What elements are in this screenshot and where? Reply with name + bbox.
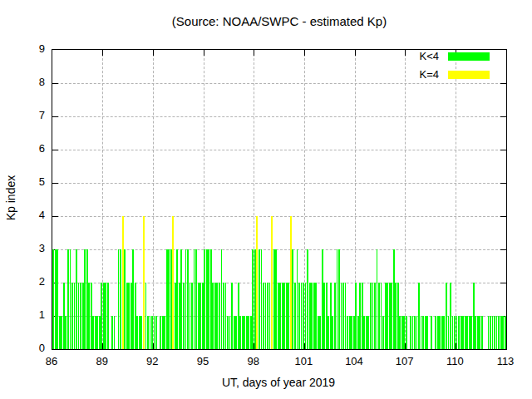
kp-bar-green xyxy=(238,283,239,349)
kp-bar-green xyxy=(294,283,296,349)
kp-bar-green xyxy=(114,316,116,349)
x-tick-top xyxy=(153,50,154,56)
kp-bar-green xyxy=(458,316,460,349)
kp-bar-green xyxy=(418,283,420,349)
kp-bar-green xyxy=(267,283,268,349)
x-tick-label: 95 xyxy=(185,355,221,368)
kp-bar-green xyxy=(219,283,220,349)
kp-bar-green xyxy=(118,249,120,349)
kp-bar-green xyxy=(334,283,336,349)
kp-bar-green xyxy=(164,316,165,349)
kp-bar-green xyxy=(307,249,308,349)
kp-bar-green xyxy=(283,283,285,349)
kp-bar-green xyxy=(111,316,113,349)
kp-bar-green xyxy=(481,316,483,349)
y-gridline xyxy=(52,183,506,184)
kp-bar-green xyxy=(183,283,185,349)
kp-bar-green xyxy=(78,283,80,349)
y-tick-label: 0 xyxy=(12,342,45,355)
kp-bar-green xyxy=(254,249,256,349)
kp-index-chart: (Source: NOAA/SWPC - estimated Kp) Kp in… xyxy=(0,0,532,399)
kp-bar-green xyxy=(292,249,293,349)
kp-bar-green xyxy=(439,316,441,349)
kp-bar-green xyxy=(288,283,289,349)
y-tick-label: 1 xyxy=(12,308,45,322)
kp-bar-green xyxy=(378,283,380,349)
kp-bar-green xyxy=(502,316,504,349)
x-tick-label: 113 xyxy=(487,355,524,368)
y-tick-right xyxy=(500,283,506,283)
kp-bar-green xyxy=(248,316,249,349)
kp-bar-green xyxy=(170,249,172,349)
y-gridline xyxy=(52,150,506,150)
y-axis-label: Kp index xyxy=(4,106,17,289)
kp-bar-green xyxy=(473,283,475,349)
kp-bar-green xyxy=(446,283,447,349)
kp-bar-green xyxy=(496,316,498,349)
legend-label-k-eq-4: K=4 xyxy=(387,69,439,81)
kp-bar-green xyxy=(381,283,382,349)
y-tick-right xyxy=(500,150,506,150)
kp-bar-green xyxy=(216,283,218,349)
kp-bar-green xyxy=(99,316,101,349)
x-tick-top xyxy=(102,50,103,56)
kp-bar-green xyxy=(452,316,454,349)
y-tick-right xyxy=(500,216,506,217)
y-tick-label: 7 xyxy=(12,109,45,122)
legend-label-k-lt-4: K<4 xyxy=(387,51,439,62)
x-tick-label: 89 xyxy=(84,355,121,368)
kp-bar-green xyxy=(370,283,372,349)
kp-bar-green xyxy=(273,249,275,349)
legend-swatch-k-lt-4 xyxy=(448,52,490,61)
kp-bar-green xyxy=(492,316,494,349)
kp-bar-green xyxy=(67,249,69,349)
kp-bar-green xyxy=(349,316,351,349)
y-tick-label: 5 xyxy=(12,175,45,189)
x-tick-label: 92 xyxy=(134,355,170,368)
kp-bar-green xyxy=(231,283,233,349)
kp-bar-green xyxy=(239,316,241,349)
kp-bar-green xyxy=(269,283,271,349)
kp-bar-green xyxy=(416,316,418,349)
kp-bar-green xyxy=(494,316,495,349)
kp-bar-green xyxy=(229,316,231,349)
kp-bar-green xyxy=(235,316,237,349)
kp-bar-green xyxy=(136,316,138,349)
kp-bar-green xyxy=(180,249,182,349)
kp-bar-green xyxy=(74,283,76,349)
y-tick-right xyxy=(500,183,506,184)
kp-bar-green xyxy=(155,316,157,349)
legend-swatch-k-eq-4 xyxy=(448,71,490,79)
y-gridline xyxy=(52,83,506,84)
kp-bar-green xyxy=(505,316,506,349)
kp-bar-green xyxy=(150,316,151,349)
kp-bar-green xyxy=(225,283,227,349)
kp-bar-green xyxy=(315,283,317,349)
kp-bar-green xyxy=(145,283,147,349)
y-tick-left xyxy=(52,83,58,84)
kp-bar-green xyxy=(387,283,388,349)
kp-bar-green xyxy=(456,316,458,349)
x-gridline xyxy=(456,50,456,349)
kp-bar-green xyxy=(435,316,436,349)
kp-bar-green xyxy=(107,283,109,349)
kp-bar-green xyxy=(319,316,321,349)
kp-bar-green xyxy=(359,283,361,349)
kp-bar-green xyxy=(410,316,411,349)
kp-bar-green xyxy=(92,316,94,349)
kp-bar-green xyxy=(362,283,363,349)
kp-bar-green xyxy=(140,316,142,349)
kp-bar-green xyxy=(332,316,333,349)
kp-bar-green xyxy=(124,249,126,349)
kp-bar-green xyxy=(154,316,155,349)
kp-bar-green xyxy=(357,316,359,349)
kp-bar-green xyxy=(466,316,468,349)
kp-bar-green xyxy=(160,316,161,349)
kp-bar-green xyxy=(194,249,195,349)
plot-area xyxy=(52,49,507,350)
kp-bar-green xyxy=(345,283,347,349)
kp-bar-green xyxy=(198,283,200,349)
kp-bar-green xyxy=(330,283,332,349)
kp-bar-green xyxy=(88,283,90,349)
y-tick-label: 9 xyxy=(12,42,45,56)
